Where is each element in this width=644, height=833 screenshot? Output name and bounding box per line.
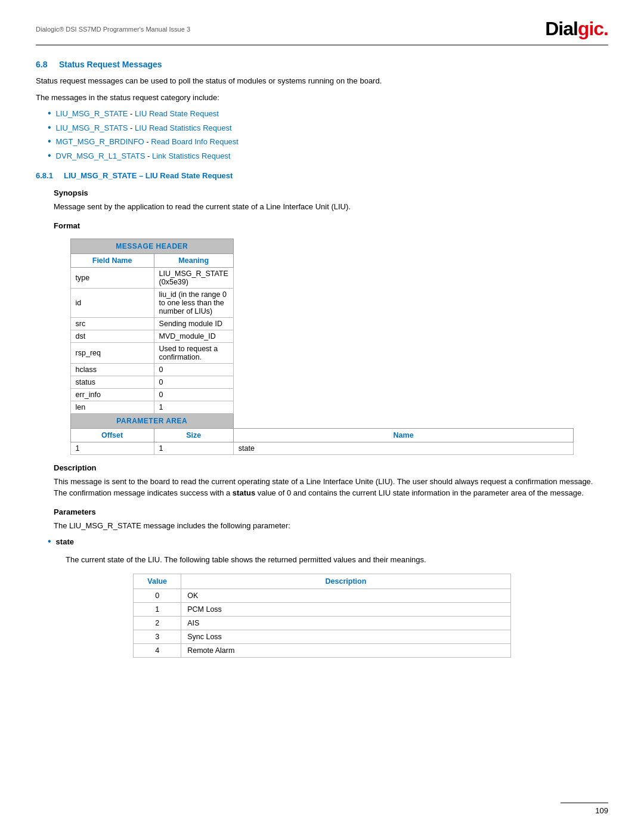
param-item-label: state (56, 536, 74, 548)
val-desc-cell: Remote Alarm (181, 644, 511, 658)
val-value-cell: 2 (134, 617, 181, 630)
link-liu-state[interactable]: LIU_MSG_R_STATE (56, 108, 128, 120)
section-6-8: 6.8 Status Request Messages Status reque… (36, 60, 608, 162)
parameters-heading: Parameters (54, 507, 608, 516)
val-value-cell: 1 (134, 603, 181, 617)
link-liu-state-label[interactable]: LIU Read State Request (135, 108, 219, 120)
meaning-cell: 0 (154, 363, 233, 376)
message-header-label: MESSAGE HEADER (70, 239, 233, 253)
val-row: 3Sync Loss (134, 630, 511, 644)
val-desc-cell: Sync Loss (181, 630, 511, 644)
logo-dot: . (603, 18, 608, 39)
link-liu-stats[interactable]: LIU_MSG_R_STATS (56, 122, 128, 134)
table-row: hclass0 (70, 363, 574, 376)
link-mgt-brd[interactable]: MGT_MSG_R_BRDINFO (56, 136, 144, 148)
value-table-body: 0OK1PCM Loss2AIS3Sync Loss4Remote Alarm (134, 589, 511, 658)
list-item-1: LIU_MSG_R_STATE - LIU Read State Request (48, 108, 608, 120)
header-title: Dialogic® DSI SS7MD Programmer's Manual … (36, 26, 190, 33)
field-cell: hclass (70, 363, 154, 376)
separator-4: - (145, 150, 152, 162)
col2-header: Meaning (154, 253, 233, 267)
table-row: dstMVD_module_ID (70, 330, 574, 342)
val-header-row: Value Description (134, 574, 511, 589)
link-mgt-brd-label[interactable]: Read Board Info Request (151, 136, 239, 148)
field-cell: len (70, 401, 154, 413)
param-row: 11state (70, 442, 574, 454)
meaning-cell: 0 (154, 376, 233, 388)
size-cell: 1 (154, 442, 233, 454)
val-value-cell: 4 (134, 644, 181, 658)
message-table-container: MESSAGE HEADER Field Name Meaning typeLI… (70, 239, 574, 455)
meaning-cell: 1 (154, 401, 233, 413)
field-cell: type (70, 267, 154, 288)
name-cell: state (233, 442, 574, 454)
field-cell: id (70, 288, 154, 317)
meaning-cell: 0 (154, 388, 233, 401)
val-row: 1PCM Loss (134, 603, 511, 617)
val-row: 4Remote Alarm (134, 644, 511, 658)
footer-line (561, 803, 608, 803)
description-heading: Description (54, 463, 608, 472)
desc-bold: status (233, 488, 255, 497)
logo-part2: gic (578, 18, 603, 39)
table-row: rsp_reqUsed to request a confirmation. (70, 342, 574, 363)
logo: Dialgic. (545, 18, 608, 40)
col-header-row: Field Name Meaning (70, 253, 574, 267)
param-col-header-row: Offset Size Name (70, 428, 574, 442)
param-header-row: PARAMETER AREA (70, 413, 574, 428)
bullet-list: LIU_MSG_R_STATE - LIU Read State Request… (48, 108, 608, 162)
val-desc-cell: OK (181, 589, 511, 603)
parameters-intro: The LIU_MSG_R_STATE message includes the… (54, 520, 608, 532)
field-cell: status (70, 376, 154, 388)
val-row: 2AIS (134, 617, 511, 630)
value-table-container: Value Description 0OK1PCM Loss2AIS3Sync … (70, 574, 574, 658)
list-item-4: DVR_MSG_R_L1_STATS - Link Statistics Req… (48, 150, 608, 162)
table-row: srcSending module ID (70, 317, 574, 330)
description-text: This message is sent to the board to rea… (54, 476, 608, 499)
val-value-cell: 3 (134, 630, 181, 644)
link-dvr-stats[interactable]: DVR_MSG_R_L1_STATS (56, 150, 145, 162)
section-heading: 6.8 Status Request Messages (36, 60, 608, 69)
param-bullet-list: state (48, 536, 608, 548)
field-cell: src (70, 317, 154, 330)
message-table: MESSAGE HEADER Field Name Meaning typeLI… (70, 239, 574, 455)
field-cell: err_info (70, 388, 154, 401)
table-header-row: MESSAGE HEADER (70, 239, 574, 253)
table-row: len1 (70, 401, 574, 413)
col1-header: Field Name (70, 253, 154, 267)
logo-part1: Dial (545, 18, 578, 39)
val-desc-cell: AIS (181, 617, 511, 630)
value-table: Value Description 0OK1PCM Loss2AIS3Sync … (133, 574, 511, 658)
param-col3: Name (233, 428, 574, 442)
separator-2: - (128, 122, 135, 134)
section-body2: The messages in the status request categ… (36, 92, 608, 104)
list-item-3: MGT_MSG_R_BRDINFO - Read Board Info Requ… (48, 136, 608, 148)
meaning-cell: LIU_MSG_R_STATE (0x5e39) (154, 267, 233, 288)
format-heading: Format (54, 221, 608, 230)
list-item-2: LIU_MSG_R_STATS - LIU Read Statistics Re… (48, 122, 608, 134)
section-body1: Status request messages can be used to p… (36, 75, 608, 87)
table-row: typeLIU_MSG_R_STATE (0x5e39) (70, 267, 574, 288)
val-col2: Description (181, 574, 511, 589)
link-dvr-stats-label[interactable]: Link Statistics Request (152, 150, 231, 162)
table-row: idliu_id (in the range 0 to one less tha… (70, 288, 574, 317)
val-row: 0OK (134, 589, 511, 603)
synopsis-heading: Synopsis (54, 188, 608, 197)
param-col1: Offset (70, 428, 154, 442)
table-row: err_info0 (70, 388, 574, 401)
desc-text2: value of 0 and contains the current LIU … (255, 488, 584, 497)
param-state-desc: The current state of the LIU. The follow… (66, 554, 608, 566)
section-6-8-1: 6.8.1 LIU_MSG_R_STATE – LIU Read State R… (36, 171, 608, 658)
param-col2: Size (154, 428, 233, 442)
val-col1: Value (134, 574, 181, 589)
meaning-cell: MVD_module_ID (154, 330, 233, 342)
link-liu-stats-label[interactable]: LIU Read Statistics Request (135, 122, 232, 134)
param-area-label: PARAMETER AREA (70, 413, 233, 428)
val-value-cell: 0 (134, 589, 181, 603)
meaning-cell: Used to request a confirmation. (154, 342, 233, 363)
offset-cell: 1 (70, 442, 154, 454)
table-row: status0 (70, 376, 574, 388)
subsection-heading: 6.8.1 LIU_MSG_R_STATE – LIU Read State R… (36, 171, 608, 180)
synopsis-text: Message sent by the application to read … (54, 201, 608, 213)
field-cell: dst (70, 330, 154, 342)
